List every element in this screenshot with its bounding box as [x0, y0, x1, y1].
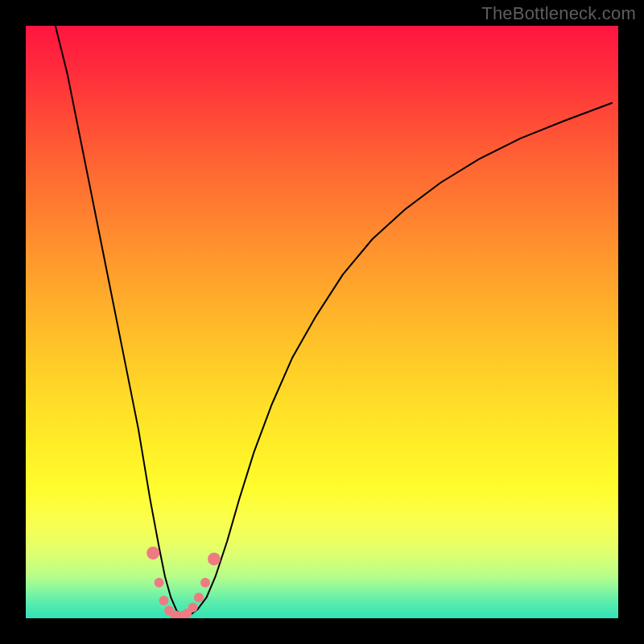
marker-point [200, 578, 210, 588]
marker-point [147, 547, 159, 559]
highlight-markers [26, 26, 618, 618]
plot-area [26, 26, 618, 618]
chart-frame: TheBottleneck.com [0, 0, 644, 644]
marker-point [188, 603, 198, 613]
marker-point [159, 596, 169, 605]
marker-point [208, 552, 221, 565]
watermark-text: TheBottleneck.com [481, 3, 636, 24]
marker-point [194, 592, 204, 602]
marker-point [155, 578, 164, 588]
